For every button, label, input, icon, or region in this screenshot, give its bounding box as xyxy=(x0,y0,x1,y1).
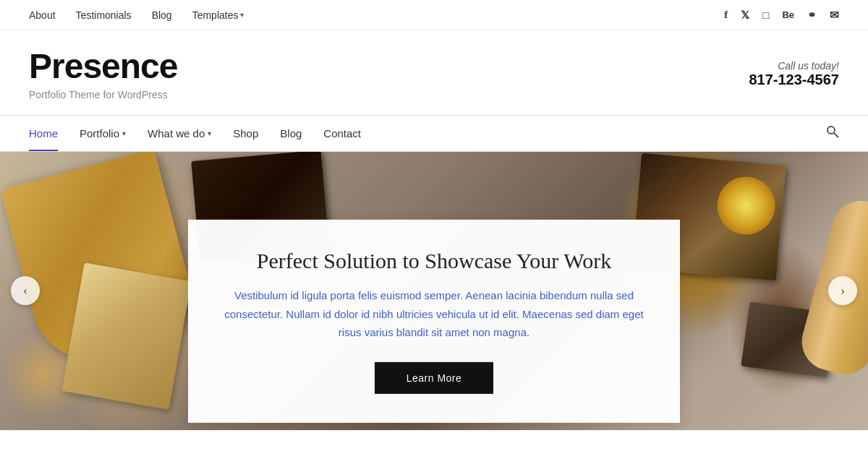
dribbble-icon[interactable]: ⚭ xyxy=(807,9,817,22)
social-icons: f 𝕏 □ Be ⚭ ✉ xyxy=(724,9,839,22)
hero-area: ‹ › Perfect Solution to Showcase Your Wo… xyxy=(0,152,868,430)
nav-contact[interactable]: Contact xyxy=(323,116,361,151)
instagram-icon[interactable]: □ xyxy=(762,9,769,21)
hero-card-body: Vestibulum id ligula porta felis euismod… xyxy=(224,286,644,342)
call-us-label: Call us today! xyxy=(749,60,839,72)
portfolio-chevron-icon: ▾ xyxy=(122,129,126,137)
main-nav-items: Home Portfolio ▾ What we do ▾ Shop Blog … xyxy=(29,116,361,151)
nav-what-we-do[interactable]: What we do ▾ xyxy=(148,116,211,151)
top-bar: About Testimonials Blog Templates ▾ f 𝕏 … xyxy=(0,0,868,30)
topnav-templates[interactable]: Templates ▾ xyxy=(192,9,244,21)
site-header: Presence Portfolio Theme for WordPress C… xyxy=(0,30,868,116)
phone-number: 817-123-4567 xyxy=(749,72,839,88)
behance-icon[interactable]: Be xyxy=(782,9,794,20)
nav-home[interactable]: Home xyxy=(29,116,58,151)
nav-shop[interactable]: Shop xyxy=(233,116,258,151)
header-contact: Call us today! 817-123-4567 xyxy=(749,60,839,88)
paper-bag-decoration xyxy=(62,262,192,409)
topnav-blog[interactable]: Blog xyxy=(152,9,172,21)
facebook-icon[interactable]: f xyxy=(724,9,728,21)
hero-card: Perfect Solution to Showcase Your Work V… xyxy=(188,220,680,423)
slider-next-button[interactable]: › xyxy=(828,276,857,305)
top-bar-nav: About Testimonials Blog Templates ▾ xyxy=(29,9,244,21)
site-branding: Presence Portfolio Theme for WordPress xyxy=(29,48,178,100)
search-icon[interactable] xyxy=(826,125,839,142)
nav-blog[interactable]: Blog xyxy=(280,116,302,151)
svg-point-0 xyxy=(827,127,835,134)
email-icon[interactable]: ✉ xyxy=(830,9,839,22)
topnav-about[interactable]: About xyxy=(29,9,56,21)
twitter-icon[interactable]: 𝕏 xyxy=(741,9,749,22)
site-tagline: Portfolio Theme for WordPress xyxy=(29,89,178,100)
nav-portfolio[interactable]: Portfolio ▾ xyxy=(80,116,126,151)
what-we-do-chevron-icon: ▾ xyxy=(208,129,211,137)
svg-line-1 xyxy=(834,133,838,137)
learn-more-button[interactable]: Learn More xyxy=(375,362,494,394)
slider-prev-button[interactable]: ‹ xyxy=(11,276,40,305)
site-title: Presence xyxy=(29,48,178,86)
main-nav: Home Portfolio ▾ What we do ▾ Shop Blog … xyxy=(0,116,868,152)
hero-card-title: Perfect Solution to Showcase Your Work xyxy=(224,249,644,273)
topnav-testimonials[interactable]: Testimonials xyxy=(76,9,132,21)
templates-chevron-icon: ▾ xyxy=(240,11,244,19)
